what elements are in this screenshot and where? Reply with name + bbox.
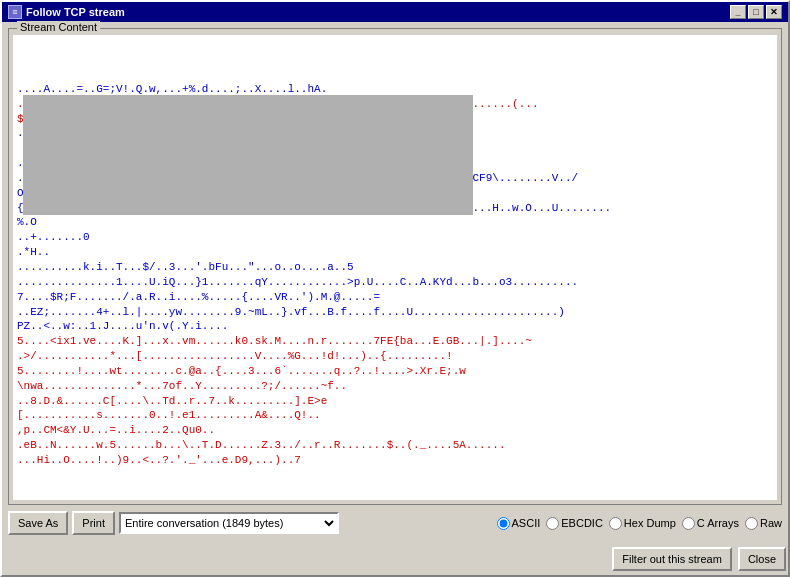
save-as-button[interactable]: Save As (8, 511, 68, 535)
radio-item-c-arrays[interactable]: C Arrays (682, 517, 739, 530)
redacted-region (23, 95, 473, 215)
main-window: ≡ Follow TCP stream _ □ ✕ Stream Content… (0, 0, 790, 577)
group-box-label: Stream Content (17, 21, 100, 33)
radio-group: ASCIIEBCDICHex DumpC ArraysRaw (497, 517, 782, 530)
bottom-controls: Save As Print Entire conversation (1849 … (8, 509, 782, 537)
conversation-dropdown-wrapper: Entire conversation (1849 bytes) (119, 512, 493, 534)
radio-item-ebcdic[interactable]: EBCDIC (546, 517, 603, 530)
close-button[interactable]: ✕ (766, 5, 782, 19)
radio-item-raw[interactable]: Raw (745, 517, 782, 530)
filter-out-button[interactable]: Filter out this stream (612, 547, 732, 571)
radio-label-ascii: ASCII (512, 517, 541, 529)
window-title: Follow TCP stream (26, 6, 125, 18)
window-body: Stream Content ....A....=..G=;V!.Q.w,...… (2, 22, 788, 543)
title-bar-left: ≡ Follow TCP stream (8, 5, 125, 19)
title-bar: ≡ Follow TCP stream _ □ ✕ (2, 2, 788, 22)
minimize-button[interactable]: _ (730, 5, 746, 19)
radio-label-hex dump: Hex Dump (624, 517, 676, 529)
title-bar-buttons: _ □ ✕ (730, 5, 782, 19)
window-icon: ≡ (8, 5, 22, 19)
stream-content-area[interactable]: ....A....=..G=;V!.Q.w,...+%.d....;..X...… (13, 35, 777, 500)
radio-label-raw: Raw (760, 517, 782, 529)
maximize-button[interactable]: □ (748, 5, 764, 19)
radio-label-c arrays: C Arrays (697, 517, 739, 529)
close-dialog-button[interactable]: Close (738, 547, 786, 571)
radio-item-ascii[interactable]: ASCII (497, 517, 541, 530)
bottom-bar: Filter out this stream Close (2, 543, 788, 575)
conversation-select[interactable]: Entire conversation (1849 bytes) (119, 512, 339, 534)
radio-label-ebcdic: EBCDIC (561, 517, 603, 529)
radio-item-hex-dump[interactable]: Hex Dump (609, 517, 676, 530)
stream-group-box: Stream Content ....A....=..G=;V!.Q.w,...… (8, 28, 782, 505)
print-button[interactable]: Print (72, 511, 115, 535)
